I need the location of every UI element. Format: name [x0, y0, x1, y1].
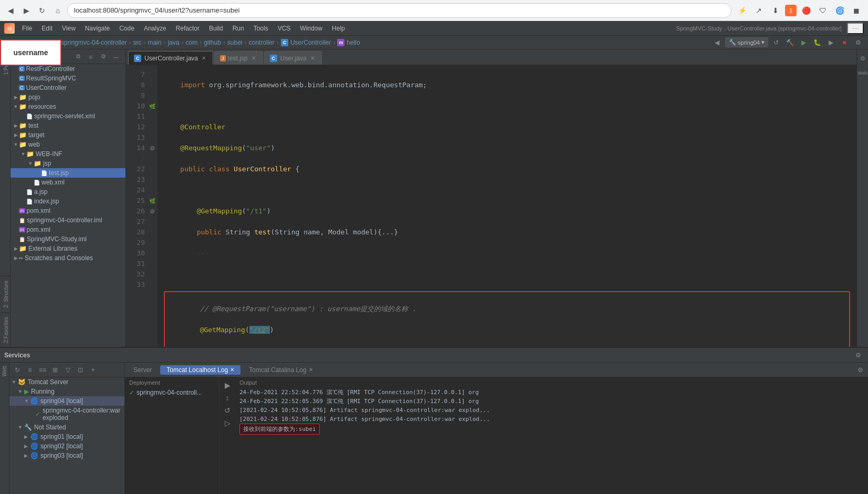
menu-help[interactable]: Help: [328, 24, 349, 33]
browser-refresh-button[interactable]: ↻: [36, 4, 48, 17]
tab-favorites[interactable]: 2:Favorites: [0, 312, 10, 347]
svc-spring02[interactable]: ▶ 🌀 spring02 [local]: [9, 441, 124, 451]
bottom-web-tab[interactable]: Web: [1, 363, 8, 379]
breadcrumb-github[interactable]: github: [204, 39, 221, 46]
browser-ext2-icon[interactable]: 🔴: [799, 3, 813, 18]
tab-close-usercontroller[interactable]: ✕: [200, 55, 207, 62]
browser-back-button[interactable]: ◀: [4, 4, 17, 17]
code-content[interactable]: import org.springframework.web.bind.anno…: [158, 65, 856, 347]
svc-group-button[interactable]: ⊞: [49, 364, 61, 376]
tree-item[interactable]: ▼📁resources: [11, 102, 126, 111]
svc-tab-catalina-log[interactable]: Tomcat Catalina Log ✕: [243, 365, 319, 375]
tree-item[interactable]: 📋springmvc-04-controller.iml: [11, 215, 126, 225]
browser-ext5-icon[interactable]: ◼: [849, 3, 864, 18]
menu-window[interactable]: Window: [296, 24, 327, 33]
menu-code[interactable]: Code: [115, 24, 139, 33]
tree-item[interactable]: mpom.xml: [11, 206, 126, 215]
right-strip-gear-button[interactable]: ⚙: [856, 52, 869, 65]
project-gear-button[interactable]: ⚙: [98, 52, 109, 62]
bc-stop-button[interactable]: ■: [839, 37, 850, 48]
menu-refactor[interactable]: Refactor: [172, 24, 204, 33]
browser-menu-icon[interactable]: 1: [785, 5, 797, 16]
tree-item[interactable]: mpom.xml: [11, 225, 126, 234]
menu-file[interactable]: File: [18, 24, 36, 33]
breadcrumb-class[interactable]: UserController: [290, 39, 331, 46]
tree-item[interactable]: ▼📁web: [11, 140, 126, 149]
svc-right-settings-button[interactable]: ⚙: [854, 364, 866, 376]
bc-nav-back-button[interactable]: ◀: [712, 37, 723, 48]
code-view[interactable]: 7 8 9 10 11 12 13 14 · 22 23 24 25 26: [126, 65, 856, 347]
svc-collapse2-button[interactable]: ≡≡: [37, 364, 48, 376]
tree-item[interactable]: 📄springmvc-servlet.xml: [11, 111, 126, 121]
right-strip-web-button[interactable]: Web: [856, 66, 869, 80]
browser-download-icon[interactable]: ⬇: [768, 3, 783, 18]
breadcrumb-com[interactable]: com: [185, 39, 197, 46]
breadcrumb-main[interactable]: main: [148, 39, 161, 46]
tree-item[interactable]: 📄index.jsp: [11, 197, 126, 206]
menu-run[interactable]: Run: [228, 24, 248, 33]
deploy-up-button[interactable]: ▶: [222, 379, 233, 391]
bc-nav-forward-button[interactable]: ▶: [825, 37, 836, 48]
menu-tools[interactable]: Tools: [249, 24, 273, 33]
svc-collapse-button[interactable]: ≡: [24, 364, 36, 376]
menu-analyze[interactable]: Analyze: [140, 24, 171, 33]
svc-war-exploded[interactable]: ✓ springmvc-04-controller:war exploded: [9, 406, 124, 423]
localhost-log-close[interactable]: ✕: [230, 367, 234, 373]
tree-item[interactable]: ▼📁jsp: [11, 159, 126, 168]
bc-build-button[interactable]: 🔨: [784, 37, 796, 48]
deploy-refresh-button[interactable]: ↺: [222, 405, 233, 416]
breadcrumb-controller[interactable]: controller: [249, 39, 275, 46]
svc-spring01[interactable]: ▶ 🌀 spring01 [local]: [9, 432, 124, 441]
ide-minimize-button[interactable]: —: [847, 23, 864, 34]
bc-refresh-button[interactable]: ↺: [770, 37, 782, 48]
breadcrumb-module[interactable]: springmvc-04-controller: [61, 39, 127, 46]
tree-item[interactable]: 📄a.jsp: [11, 187, 126, 197]
browser-extension-icon[interactable]: ⚡: [735, 3, 749, 18]
address-bar[interactable]: [67, 3, 731, 18]
services-settings-button[interactable]: ⚙: [852, 349, 864, 361]
svc-spring04[interactable]: ▼ 🌀 spring04 [local]: [9, 396, 124, 406]
breadcrumb-method[interactable]: hello: [347, 39, 360, 46]
tree-item[interactable]: ▶📁pojo: [11, 92, 126, 102]
tree-item[interactable]: 📄test.jsp: [11, 168, 126, 178]
breadcrumb-src[interactable]: src: [133, 39, 141, 46]
tab-testjsp[interactable]: J test.jsp ✕: [214, 51, 263, 65]
browser-share-icon[interactable]: ↗: [751, 3, 766, 18]
menu-build[interactable]: Build: [205, 24, 227, 33]
tab-close-testjsp[interactable]: ✕: [250, 55, 257, 62]
svc-filter-button[interactable]: ▽: [62, 364, 74, 376]
svc-add-button[interactable]: +: [87, 364, 99, 376]
svc-not-started[interactable]: ▼ 🔧 Not Started: [9, 423, 124, 432]
tree-item[interactable]: ▶📁External Libraries: [11, 244, 126, 253]
tree-item[interactable]: ▶📁target: [11, 130, 126, 140]
browser-ext4-icon[interactable]: 🌀: [832, 3, 847, 18]
tree-item[interactable]: ▶📁test: [11, 121, 126, 130]
deploy-down-button[interactable]: ↕: [222, 392, 233, 404]
tree-item[interactable]: ▶✏Scratches and Consoles: [11, 253, 126, 263]
project-settings-button[interactable]: ⚙: [73, 52, 83, 62]
browser-forward-button[interactable]: ▶: [20, 4, 33, 17]
tab-2-structure[interactable]: 2: Structure: [0, 276, 10, 312]
menu-edit[interactable]: Edit: [37, 24, 57, 33]
breadcrumb-java[interactable]: java: [168, 39, 179, 46]
tree-item[interactable]: CUserController: [11, 83, 126, 92]
catalina-log-close[interactable]: ✕: [309, 367, 313, 373]
bc-debug-button[interactable]: 🐛: [811, 37, 823, 48]
svc-tomcat-server[interactable]: ▼ 🐱 Tomcat Server: [9, 377, 124, 387]
breadcrumb-subei[interactable]: subei: [227, 39, 243, 46]
menu-vcs[interactable]: VCS: [274, 24, 295, 33]
tree-item[interactable]: 📄web.xml: [11, 178, 126, 187]
svc-refresh-button[interactable]: ↻: [12, 364, 23, 376]
tree-item[interactable]: CResultSpringMVC: [11, 74, 126, 83]
svc-pin-button[interactable]: ⊡: [75, 364, 86, 376]
svc-running[interactable]: ▼ ▶ Running: [9, 387, 124, 396]
bc-run-button[interactable]: ▶: [798, 37, 809, 48]
run-config-dropdown[interactable]: 🔧 spring04 ▾: [725, 37, 768, 47]
svc-spring03[interactable]: ▶ 🌀 spring03 [local]: [9, 451, 124, 460]
browser-home-button[interactable]: ⌂: [51, 4, 64, 17]
deploy-nav-button[interactable]: ▷: [222, 417, 233, 429]
tab-usercontroller[interactable]: C UserController.java ✕: [128, 51, 213, 65]
svc-tab-server[interactable]: Server: [127, 365, 158, 375]
tab-userjava[interactable]: C User.java ✕: [264, 51, 322, 65]
tab-close-userjava[interactable]: ✕: [309, 55, 316, 62]
